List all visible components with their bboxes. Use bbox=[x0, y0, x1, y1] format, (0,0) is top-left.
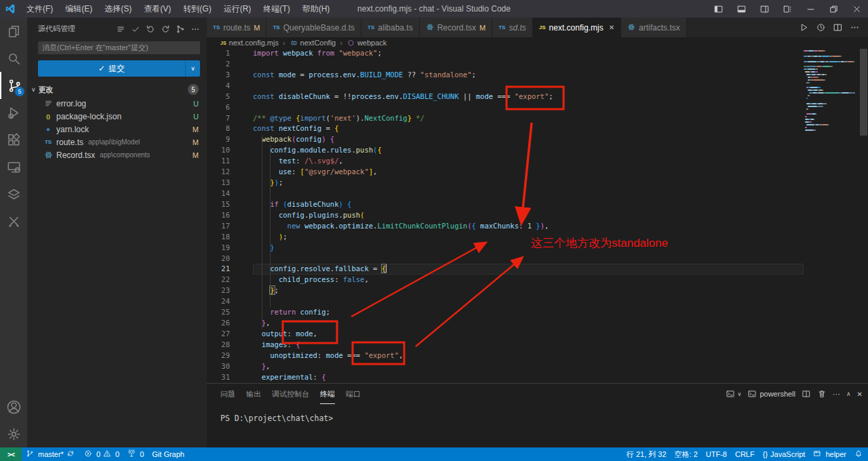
code-editor[interactable]: 1234567891011121314151617181920212223242… bbox=[207, 48, 868, 383]
split-terminal-icon[interactable] bbox=[802, 389, 811, 399]
window-icon bbox=[813, 449, 823, 459]
refresh-icon[interactable] bbox=[159, 23, 172, 35]
code-token: fallback bbox=[334, 264, 369, 273]
panel-tab-端口[interactable]: 端口 bbox=[346, 384, 361, 404]
kill-terminal-icon[interactable] bbox=[817, 389, 827, 399]
panel-tab-终端[interactable]: 终端 bbox=[320, 384, 335, 404]
language-mode[interactable]: {} JavaScript bbox=[759, 447, 810, 461]
menu-item[interactable]: 运行(R) bbox=[218, 0, 258, 18]
close-tab-icon[interactable]: ✕ bbox=[609, 24, 614, 31]
activity-accounts[interactable] bbox=[0, 393, 27, 420]
menu-item[interactable]: 查看(V) bbox=[138, 0, 177, 18]
check-icon: ✓ bbox=[98, 64, 105, 73]
code-line-16: config.plugins.push( bbox=[253, 210, 804, 221]
helper-extension[interactable]: helper bbox=[809, 447, 850, 461]
restore-icon[interactable] bbox=[822, 0, 845, 18]
split-icon[interactable] bbox=[833, 22, 843, 33]
tab-modified-badge: M bbox=[254, 24, 260, 32]
menu-bar: 文件(F)编辑(E)选择(S)查看(V)转到(G)运行(R)终端(T)帮助(H) bbox=[20, 0, 336, 18]
git-graph-button[interactable]: Git Graph bbox=[148, 447, 189, 461]
title-bar: 文件(F)编辑(E)选择(S)查看(V)转到(G)运行(R)终端(T)帮助(H)… bbox=[0, 0, 868, 18]
menu-item[interactable]: 终端(T) bbox=[257, 0, 296, 18]
code-token: { bbox=[296, 340, 300, 348]
code-line-31: experimental: { bbox=[253, 372, 804, 383]
layout-sidebar-icon[interactable] bbox=[707, 0, 730, 18]
tab-alibaba.ts[interactable]: TSalibaba.ts bbox=[361, 18, 420, 37]
run-icon[interactable] bbox=[799, 22, 809, 33]
activity-search[interactable] bbox=[0, 45, 27, 72]
file-status-M: M bbox=[193, 125, 199, 134]
activity-explorer[interactable] bbox=[0, 18, 27, 45]
new-terminal-button[interactable]: ∨ bbox=[726, 389, 742, 399]
undo-icon[interactable] bbox=[144, 23, 157, 35]
eol-sequence[interactable]: CRLF bbox=[731, 447, 759, 461]
changes-section-header[interactable]: ∨ 更改 5 bbox=[27, 82, 207, 97]
activity-source-control[interactable]: 5 bbox=[0, 72, 27, 99]
timeline-icon[interactable] bbox=[816, 22, 826, 33]
minimap-line bbox=[804, 56, 859, 57]
tab-sd.ts[interactable]: TSsd.ts bbox=[492, 18, 533, 37]
tab-next.config.mjs[interactable]: JSnext.config.mjs✕ bbox=[533, 18, 621, 37]
close-panel-icon[interactable]: ✕ bbox=[857, 390, 863, 398]
graph-icon[interactable] bbox=[174, 23, 186, 35]
tab-Record.tsx[interactable]: Record.tsxM bbox=[420, 18, 493, 37]
breadcrumb-item-webpack[interactable]: webpack bbox=[338, 39, 387, 47]
changed-file-route.ts[interactable]: TSroute.tsapp\api\bigModelM bbox=[27, 136, 207, 148]
scrollbar-thumb[interactable] bbox=[860, 49, 867, 136]
layout-sidebar-right-icon[interactable] bbox=[753, 0, 776, 18]
activity-remote-explorer[interactable] bbox=[0, 153, 27, 180]
breadcrumb-item-next.config.mjs[interactable]: JSnext.config.mjs bbox=[220, 39, 279, 47]
commit-button[interactable]: ✓ 提交 bbox=[38, 60, 185, 77]
cursor-position[interactable]: 行 21, 列 32 bbox=[623, 447, 671, 461]
more-actions-icon[interactable]: ⋯ bbox=[833, 390, 840, 399]
changed-file-Record.tsx[interactable]: Record.tsxapp\componentsM bbox=[27, 148, 207, 161]
activity-extensions[interactable] bbox=[0, 126, 27, 153]
problems-indicator[interactable]: 0 0 bbox=[80, 447, 123, 461]
terminal-shell-item[interactable]: powershell bbox=[747, 389, 795, 399]
tab-label: alibaba.ts bbox=[378, 23, 412, 33]
menu-item[interactable]: 编辑(E) bbox=[59, 0, 98, 18]
changed-file-package-lock.json[interactable]: {}package-lock.jsonU bbox=[27, 110, 207, 123]
activity-tools[interactable] bbox=[0, 207, 27, 235]
close-icon[interactable] bbox=[845, 0, 868, 18]
minimap[interactable] bbox=[804, 48, 859, 383]
terminal-content[interactable]: PS D:\project\chat\chat> bbox=[207, 404, 868, 447]
tab-artifacts.tsx[interactable]: artifacts.tsx bbox=[621, 18, 687, 37]
branch-indicator[interactable]: master* bbox=[22, 447, 80, 461]
remote-indicator[interactable]: >< bbox=[0, 447, 22, 461]
commit-message-input[interactable]: 消息(Ctrl+Enter 在"master"提交) bbox=[38, 41, 200, 54]
panel-tab-问题[interactable]: 问题 bbox=[220, 384, 235, 404]
panel-tab-输出[interactable]: 输出 bbox=[246, 384, 261, 404]
panel-tab-调试控制台[interactable]: 调试控制台 bbox=[272, 384, 309, 404]
tab-route.ts[interactable]: TSroute.tsM bbox=[207, 18, 267, 37]
layout-panel-icon[interactable] bbox=[730, 0, 753, 18]
activity-run-and-debug[interactable] bbox=[0, 99, 27, 126]
code-token: experimental bbox=[262, 373, 313, 381]
code-token: config bbox=[296, 135, 321, 143]
tab-QueryableBase.d.ts[interactable]: TSQueryableBase.d.ts bbox=[267, 18, 361, 37]
activity-settings[interactable] bbox=[0, 420, 27, 447]
check-icon[interactable] bbox=[130, 23, 142, 35]
menu-item[interactable]: 文件(F) bbox=[20, 0, 59, 18]
notifications-bell[interactable] bbox=[850, 447, 868, 461]
more-icon[interactable] bbox=[850, 22, 860, 33]
layout-custom-icon[interactable] bbox=[776, 0, 799, 18]
editor-scrollbar[interactable] bbox=[859, 48, 868, 383]
encoding[interactable]: UTF-8 bbox=[702, 447, 731, 461]
minimize-icon[interactable] bbox=[799, 0, 822, 18]
ports-indicator[interactable]: 0 bbox=[123, 447, 148, 461]
code-token: env bbox=[386, 92, 399, 100]
menu-item[interactable]: 转到(G) bbox=[177, 0, 217, 18]
more-icon[interactable] bbox=[189, 23, 201, 35]
indentation[interactable]: 空格: 2 bbox=[671, 447, 702, 461]
menu-item[interactable]: 帮助(H) bbox=[296, 0, 336, 18]
breadcrumb-item-nextConfig[interactable]: nextConfig bbox=[281, 39, 336, 47]
code-token bbox=[253, 340, 262, 348]
maximize-panel-icon[interactable]: ∧ bbox=[846, 390, 851, 397]
changed-file-error.log[interactable]: error.logU bbox=[27, 97, 207, 110]
activity-layers[interactable] bbox=[0, 180, 27, 207]
changed-file-yarn.lock[interactable]: ●yarn.lockM bbox=[27, 123, 207, 136]
commit-dropdown-button[interactable]: ∨ bbox=[185, 60, 200, 77]
menu-item[interactable]: 选择(S) bbox=[98, 0, 138, 18]
view-list-icon[interactable] bbox=[115, 23, 127, 35]
